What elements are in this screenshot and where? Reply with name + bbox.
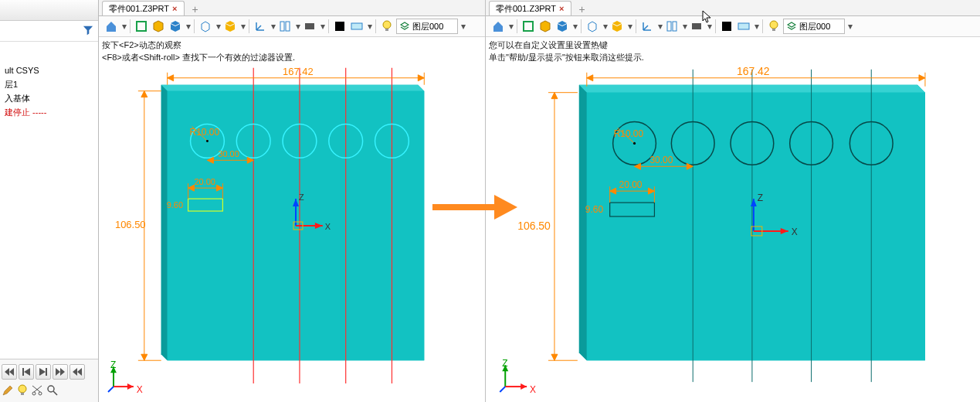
add-tab-button[interactable]: +: [575, 3, 590, 15]
sidebar-tool-row: [2, 383, 95, 399]
3d-viewport[interactable]: 167.42 106.50 R10.00: [486, 37, 980, 402]
close-icon[interactable]: ×: [559, 4, 564, 13]
chevron-down-icon[interactable]: ▾: [602, 21, 608, 32]
bulb-icon[interactable]: [766, 19, 782, 34]
shaded-cube-icon[interactable]: [168, 19, 183, 34]
split-view-icon[interactable]: [664, 19, 680, 34]
dimension-width: 167.42: [737, 65, 770, 77]
svg-rect-12: [385, 29, 388, 31]
search-icon[interactable]: [46, 384, 59, 399]
iso-cube-icon[interactable]: [537, 19, 553, 34]
chevron-down-icon[interactable]: ▾: [185, 21, 191, 32]
layer-label: 图层000: [412, 21, 443, 32]
step-fwd-button[interactable]: [36, 364, 51, 380]
chevron-down-icon[interactable]: ▾: [459, 21, 466, 32]
plane-icon[interactable]: [134, 19, 149, 34]
color-swatch-icon[interactable]: [719, 19, 734, 34]
layer-selector[interactable]: 图层000: [396, 19, 458, 34]
add-tab-button[interactable]: +: [188, 3, 203, 15]
chevron-down-icon[interactable]: ▾: [120, 21, 127, 32]
svg-point-63: [770, 21, 778, 29]
close-icon[interactable]: ×: [172, 4, 177, 13]
chevron-down-icon[interactable]: ▾: [681, 21, 687, 32]
svg-point-0: [19, 385, 26, 393]
svg-marker-83: [919, 75, 925, 81]
chevron-down-icon[interactable]: ▾: [294, 21, 300, 32]
face-color-icon[interactable]: [349, 19, 365, 34]
wireframe-cube-icon[interactable]: [585, 19, 600, 34]
gold-cube-icon[interactable]: [222, 19, 238, 34]
tree-item[interactable]: 入基体: [0, 91, 98, 105]
iso-cube-icon[interactable]: [151, 19, 166, 34]
pencil-icon[interactable]: [2, 384, 14, 399]
color-swatch-icon[interactable]: [332, 19, 348, 34]
scissors-icon[interactable]: [31, 384, 43, 399]
tree-item[interactable]: 层1: [0, 77, 98, 91]
corner-z-label: Z: [110, 359, 116, 370]
svg-rect-109: [432, 204, 494, 210]
dimension-9-60: 9.60: [167, 200, 183, 210]
svg-marker-110: [494, 195, 517, 220]
chevron-down-icon[interactable]: ▾: [626, 21, 632, 32]
bulb-icon[interactable]: [379, 19, 395, 34]
svg-rect-5: [137, 22, 146, 31]
dimension-30: 30.00: [218, 149, 239, 158]
chevron-down-icon[interactable]: ▾: [215, 21, 221, 32]
split-view-icon[interactable]: [277, 19, 293, 34]
layer-label: 图层000: [799, 21, 830, 32]
svg-rect-1: [21, 393, 24, 395]
svg-marker-107: [521, 383, 527, 390]
home-icon[interactable]: [490, 19, 506, 34]
rewind-button[interactable]: [70, 364, 85, 380]
shaded-cube-icon[interactable]: [554, 19, 570, 34]
document-tab[interactable]: 零件001.Z3PRT ×: [489, 1, 571, 15]
sidebar-header: [0, 0, 98, 21]
step-back-button[interactable]: [19, 364, 34, 380]
chevron-down-icon[interactable]: ▾: [846, 21, 853, 32]
home-icon[interactable]: [103, 19, 119, 34]
gold-cube-icon[interactable]: [609, 19, 625, 34]
chevron-down-icon[interactable]: ▾: [706, 21, 712, 32]
playback-controls: [2, 364, 95, 383]
axis-triad-icon[interactable]: [253, 19, 268, 34]
svg-point-90: [633, 142, 636, 145]
chevron-down-icon[interactable]: ▾: [366, 21, 372, 32]
svg-rect-59: [673, 22, 677, 31]
wireframe-cube-icon[interactable]: [198, 19, 213, 34]
dimension-20: 20.00: [619, 179, 643, 190]
layer-selector[interactable]: 图层000: [783, 19, 845, 34]
axis-triad-icon[interactable]: [639, 19, 655, 34]
tree-item-stop[interactable]: 建停止 -----: [0, 105, 98, 119]
chevron-down-icon[interactable]: ▾: [239, 21, 246, 32]
right-view-panel: 零件001.Z3PRT × + ▾ ▾ ▾ ▾ ▾ ▾ ▾: [486, 0, 980, 402]
chevron-down-icon[interactable]: ▾: [507, 21, 514, 32]
svg-rect-9: [335, 22, 344, 31]
chevron-down-icon[interactable]: ▾: [571, 21, 578, 32]
chevron-down-icon[interactable]: ▾: [656, 21, 663, 32]
left-view-panel: 零件001.Z3PRT × + ▾ ▾ ▾ ▾ ▾ ▾ ▾: [99, 0, 486, 402]
dimension-30: 30.00: [649, 155, 673, 165]
corner-x-label: X: [137, 384, 143, 395]
skip-back-button[interactable]: [2, 364, 17, 380]
bulb-icon[interactable]: [17, 384, 28, 399]
svg-marker-88: [551, 354, 558, 360]
feature-tree[interactable]: ult CSYS 层1 入基体 建停止 -----: [0, 42, 98, 359]
svg-line-56: [108, 387, 114, 392]
hint-line: 单击"帮助/显示提示"按钮来取消这些提示.: [489, 51, 644, 63]
document-tab[interactable]: 零件001.Z3PRT ×: [102, 1, 185, 15]
svg-rect-6: [280, 22, 284, 31]
face-color-icon[interactable]: [736, 19, 751, 34]
chevron-down-icon[interactable]: ▾: [753, 21, 759, 32]
funnel-icon[interactable]: [83, 24, 93, 39]
svg-marker-30: [168, 75, 174, 81]
svg-marker-36: [141, 354, 148, 360]
chevron-down-icon[interactable]: ▾: [319, 21, 325, 32]
section-icon[interactable]: [302, 19, 317, 34]
chevron-down-icon[interactable]: ▾: [270, 21, 276, 32]
skip-fwd-button[interactable]: [53, 364, 68, 380]
plane-icon[interactable]: [521, 19, 536, 34]
tree-item[interactable]: ult CSYS: [0, 63, 98, 77]
svg-point-3: [39, 392, 42, 395]
section-icon[interactable]: [689, 19, 704, 34]
3d-viewport[interactable]: 167.42 106.50 R10.00: [99, 37, 485, 402]
